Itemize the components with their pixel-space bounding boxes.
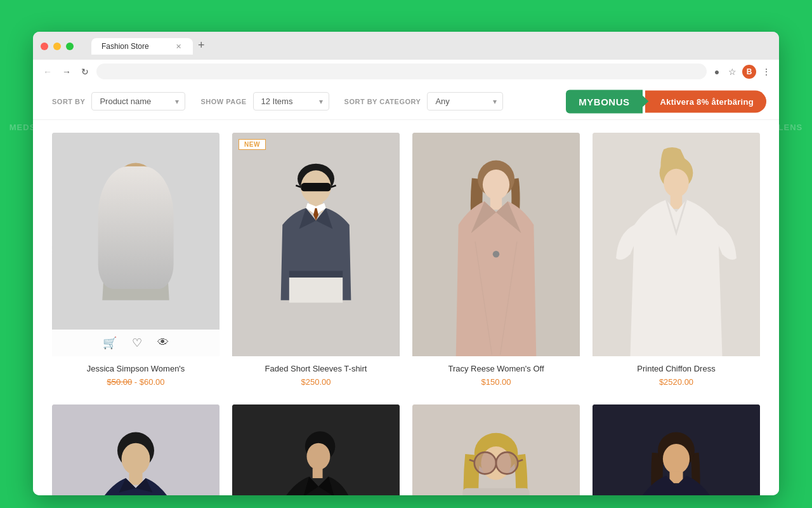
product-name-1: Jessica Simpson Women's (57, 364, 214, 373)
wishlist-icon[interactable]: ♡ (132, 336, 142, 350)
browser-window: Fashion Store ✕ + ← → ↻ ● ☆ B ⋮ SORT BY (33, 32, 779, 495)
product-card-1[interactable]: 🛒 ♡ 👁 Jessica Simpson Women's $50.00 - $… (52, 133, 219, 392)
product-name-2: Faded Short Sleeves T-shirt (237, 364, 395, 373)
product-info-4: Printed Chiffon Dress $2520.00 (593, 356, 760, 392)
product-badge-2: NEW (239, 139, 266, 150)
browser-controls: Fashion Store ✕ + (41, 38, 771, 55)
active-tab[interactable]: Fashion Store ✕ (91, 38, 193, 55)
product-card-2[interactable]: NEW Faded Short Sleeves T-shirt $250.00 (232, 133, 400, 392)
show-page-label: SHOW PAGE (200, 98, 246, 105)
svg-rect-44 (462, 488, 529, 495)
bookmark-icon[interactable]: ☆ (727, 67, 737, 77)
location-icon[interactable]: ● (712, 67, 722, 77)
product-card-4[interactable]: Printed Chiffon Dress $2520.00 (593, 133, 760, 392)
svg-rect-14 (289, 271, 343, 278)
tab-title: Fashion Store (102, 42, 149, 51)
cart-icon[interactable]: 🛒 (103, 336, 117, 350)
svg-rect-15 (289, 277, 343, 303)
product-name-4: Printed Chiffon Dress (598, 364, 755, 373)
svg-point-1 (112, 181, 159, 234)
tab-close-button[interactable]: ✕ (174, 42, 183, 51)
svg-point-5 (134, 248, 137, 251)
sort-by-category-group: SORT BY CATEGORY Any Women Men Accessori… (344, 92, 504, 110)
page-content: SORT BY Product name Price: Low to High … (33, 83, 779, 495)
refresh-button[interactable]: ↻ (79, 65, 91, 78)
product-info-2: Faded Short Sleeves T-shirt $250.00 (232, 356, 400, 392)
mybonus-label: MYBONUS (579, 96, 629, 107)
product-price-4: $2520.00 (598, 377, 755, 387)
new-tab-button[interactable]: + (194, 39, 209, 52)
sort-by-group: SORT BY Product name Price: Low to High … (52, 92, 185, 110)
svg-rect-0 (52, 133, 219, 356)
product-price-3: $150.00 (417, 377, 575, 387)
product-card-8[interactable]: SUPERSPECIAL (593, 404, 760, 495)
svg-rect-30 (129, 473, 142, 485)
show-page-select[interactable]: 12 Items 24 Items 48 Items (253, 92, 329, 110)
browser-tabs: Fashion Store ✕ + (91, 38, 209, 55)
forward-button[interactable]: → (60, 65, 74, 78)
product-price-2: $250.00 (237, 377, 395, 387)
svg-rect-35 (313, 468, 323, 478)
svg-rect-19 (490, 198, 502, 210)
svg-point-29 (122, 443, 150, 475)
mybonus-badge: MYBONUS (566, 90, 642, 113)
product-info-3: Tracy Reese Women's Off $150.00 (412, 356, 580, 392)
svg-point-2 (115, 163, 155, 206)
close-dot[interactable] (41, 43, 48, 50)
product-price-1: $50.00 - $60.00 (57, 377, 214, 387)
svg-rect-26 (671, 196, 682, 209)
aktivera-button[interactable]: Aktivera 8% återbäring (645, 90, 767, 112)
back-button[interactable]: ← (41, 65, 55, 78)
svg-point-34 (306, 443, 330, 470)
filter-bar: SORT BY Product name Price: Low to High … (33, 83, 779, 120)
products-container: 🛒 ♡ 👁 Jessica Simpson Women's $50.00 - $… (33, 120, 779, 495)
product-image-3 (412, 133, 580, 356)
svg-point-47 (663, 444, 690, 474)
maximize-dot[interactable] (66, 43, 74, 50)
svg-point-39 (475, 452, 496, 474)
mybonus-container: MYBONUS Aktivera 8% återbäring (566, 90, 766, 113)
product-card-7[interactable] (412, 404, 580, 495)
product-card-5[interactable] (52, 404, 219, 495)
svg-point-3 (122, 175, 149, 204)
products-grid: 🛒 ♡ 👁 Jessica Simpson Women's $50.00 - $… (52, 133, 760, 495)
minimize-dot[interactable] (53, 43, 61, 50)
menu-icon[interactable]: ⋮ (761, 67, 771, 77)
svg-point-20 (493, 251, 500, 258)
product-image-5 (52, 404, 219, 495)
product-info-1: Jessica Simpson Women's $50.00 - $60.00 (52, 356, 219, 392)
category-select[interactable]: Any Women Men Accessories (427, 92, 503, 110)
sort-by-label: SORT BY (52, 98, 85, 105)
sort-by-select-wrapper: Product name Price: Low to High Price: H… (91, 92, 185, 110)
toolbar-icons: ● ☆ B ⋮ (712, 65, 771, 79)
svg-rect-10 (301, 183, 331, 191)
product-card-3[interactable]: Tracy Reese Women's Off $150.00 (412, 133, 580, 392)
svg-point-40 (496, 452, 518, 474)
product-image-1: 🛒 ♡ 👁 (52, 133, 219, 356)
product-image-7 (412, 404, 580, 495)
product-image-2: NEW (232, 133, 400, 356)
product-actions-1: 🛒 ♡ 👁 (52, 330, 219, 356)
browser-chrome: Fashion Store ✕ + (33, 32, 779, 60)
product-image-6 (232, 404, 400, 495)
sort-by-category-label: SORT BY CATEGORY (344, 98, 421, 105)
product-name-3: Tracy Reese Women's Off (417, 364, 575, 373)
product-image-4 (593, 133, 760, 356)
profile-icon[interactable]: B (742, 65, 756, 79)
show-page-select-wrapper: 12 Items 24 Items 48 Items (253, 92, 329, 110)
svg-point-25 (664, 169, 689, 197)
sort-by-select[interactable]: Product name Price: Low to High Price: H… (91, 92, 185, 110)
view-icon[interactable]: 👁 (157, 336, 169, 350)
product-card-6[interactable] (232, 404, 400, 495)
browser-toolbar: ← → ↻ ● ☆ B ⋮ (33, 60, 779, 83)
svg-point-6 (134, 261, 137, 264)
svg-rect-4 (130, 203, 141, 215)
address-bar[interactable] (96, 64, 707, 79)
show-page-group: SHOW PAGE 12 Items 24 Items 48 Items (200, 92, 329, 110)
category-select-wrapper: Any Women Men Accessories (427, 92, 503, 110)
svg-point-18 (483, 170, 509, 199)
product-image-8: SUPERSPECIAL (593, 404, 760, 495)
